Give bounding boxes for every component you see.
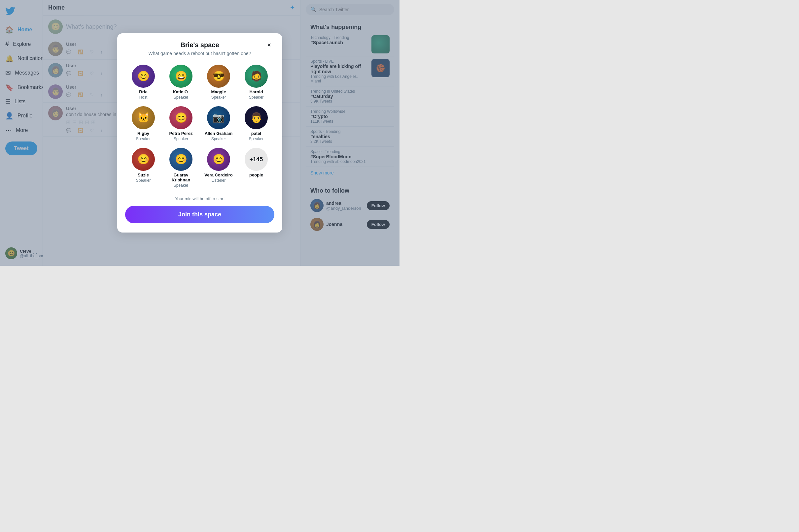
- participant-avatar-harold: 🧔: [244, 65, 268, 88]
- participant-avatar-brie: 😊: [132, 65, 155, 88]
- participant-suzie: 😊 Suzie Speaker: [125, 146, 161, 190]
- participant-avatar-guarav: 😊: [169, 148, 193, 171]
- participant-name-brie: Brie: [139, 89, 147, 94]
- participant-avatar-patel: 👨: [244, 106, 268, 129]
- participant-name-rigby: Rigby: [137, 131, 149, 136]
- participant-katie: 😄 Katie O. Speaker: [163, 63, 199, 101]
- modal-overlay[interactable]: Brie's space × What game needs a reboot …: [0, 0, 399, 266]
- participant-harold: 🧔 Harold Speaker: [238, 63, 274, 101]
- participant-role-guarav: Speaker: [174, 183, 188, 188]
- participant-role-harold: Speaker: [249, 95, 264, 100]
- join-space-button[interactable]: Join this space: [125, 206, 274, 223]
- participant-name-petra: Petra Perez: [169, 131, 193, 136]
- participant-avatar-suzie: 😊: [132, 148, 155, 171]
- participant-name-suzie: Suzie: [138, 172, 149, 177]
- plus-count: +145: [250, 156, 263, 163]
- participant-role-brie: Host: [139, 95, 148, 100]
- participant-name-katie: Katie O.: [173, 89, 189, 94]
- participant-brie: 😊 Brie Host: [125, 63, 161, 101]
- participant-avatar-vera: 😊: [207, 148, 230, 171]
- participant-rigby: 🐱 Rigby Speaker: [125, 104, 161, 143]
- participant-role-suzie: Speaker: [136, 178, 151, 183]
- participant-name-harold: Harold: [249, 89, 263, 94]
- modal-close-button[interactable]: ×: [264, 40, 274, 51]
- participant-plus: +145 people: [238, 146, 274, 190]
- participant-name-maggie: Maggie: [211, 89, 226, 94]
- participant-role-maggie: Speaker: [211, 95, 226, 100]
- modal-subtitle: What game needs a reboot but hasn't gott…: [125, 51, 274, 56]
- participant-role-petra: Speaker: [174, 136, 188, 141]
- participant-avatar-allen: 📷: [207, 106, 230, 129]
- participant-name-patel: patel: [251, 131, 261, 136]
- participants-grid: 😊 Brie Host 😄 Katie O. Speaker 😎 Maggie …: [125, 63, 274, 190]
- participant-avatar-petra: 😊: [169, 106, 193, 129]
- participant-avatar-maggie: 😎: [207, 65, 230, 88]
- participant-avatar-katie: 😄: [169, 65, 193, 88]
- modal-title: Brie's space: [180, 41, 219, 49]
- participant-role-patel: Speaker: [249, 136, 264, 141]
- plus-count-circle: +145: [244, 148, 268, 171]
- participant-vera: 😊 Vera Cordeiro Listener: [200, 146, 237, 190]
- participant-maggie: 😎 Maggie Speaker: [200, 63, 237, 101]
- participant-name-guarav: Guarav Krishnan: [164, 172, 198, 183]
- plus-label: people: [249, 172, 263, 177]
- participant-petra: 😊 Petra Perez Speaker: [163, 104, 199, 143]
- participant-patel: 👨 patel Speaker: [238, 104, 274, 143]
- mic-note: Your mic will be off to start: [125, 196, 274, 201]
- space-modal: Brie's space × What game needs a reboot …: [117, 33, 282, 232]
- participant-role-vera: Listener: [212, 178, 226, 183]
- modal-header: Brie's space ×: [125, 41, 274, 49]
- participant-guarav: 😊 Guarav Krishnan Speaker: [163, 146, 199, 190]
- participant-role-rigby: Speaker: [136, 136, 151, 141]
- participant-avatar-rigby: 🐱: [132, 106, 155, 129]
- participant-name-allen: Allen Graham: [205, 131, 233, 136]
- participant-role-katie: Speaker: [174, 95, 188, 100]
- participant-allen: 📷 Allen Graham Speaker: [200, 104, 237, 143]
- participant-role-allen: Speaker: [211, 136, 226, 141]
- participant-name-vera: Vera Cordeiro: [204, 172, 233, 177]
